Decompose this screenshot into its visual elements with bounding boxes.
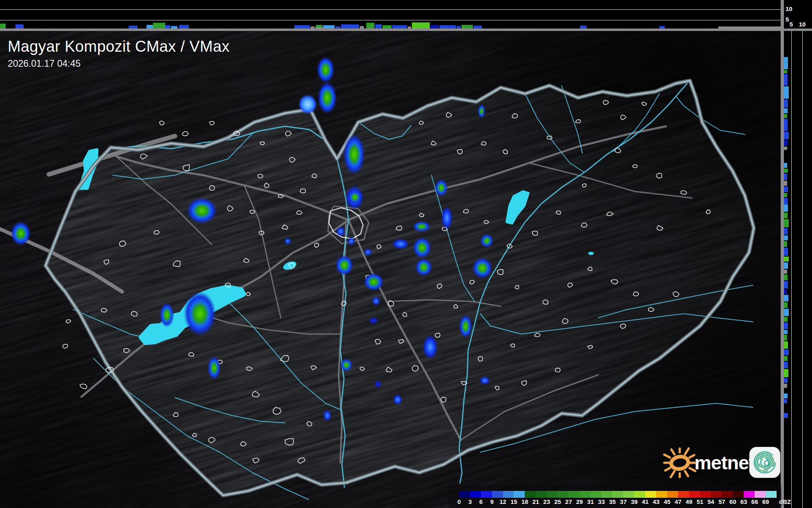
settlement-outline	[568, 283, 573, 288]
settlement-outline	[633, 292, 639, 296]
dbz-tick-label: 66	[751, 498, 758, 505]
profile-echo-segment	[375, 24, 382, 29]
dbz-color-cell	[558, 491, 569, 498]
settlement-outline	[478, 356, 483, 361]
settlement-outline	[454, 305, 458, 308]
dbz-color-cell	[711, 491, 722, 498]
river	[94, 358, 309, 499]
road	[49, 136, 175, 174]
settlement-outline	[104, 260, 109, 264]
height-tick-label: 5	[786, 16, 789, 22]
dbz-color-cell	[591, 491, 602, 498]
dbz-color-cell	[678, 491, 689, 498]
dbz-tick-label: 6	[479, 498, 483, 505]
profile-echo-segment	[341, 24, 359, 29]
dbz-tick-label: 47	[675, 498, 682, 505]
settlement-outline	[396, 226, 402, 230]
dbz-tick-label: 15	[510, 498, 517, 505]
settlement-outline	[280, 356, 289, 362]
radar-echo	[413, 237, 431, 258]
settlement-outline	[210, 185, 215, 190]
profile-echo-segment	[784, 241, 787, 247]
dbz-tick-label: 35	[609, 498, 616, 505]
profile-echo-segment	[784, 413, 788, 418]
dbz-color-cell	[755, 491, 766, 498]
settlement-outline	[615, 148, 621, 153]
settlement-outline	[562, 319, 568, 324]
radar-echo	[369, 317, 379, 324]
radar-echo	[372, 297, 380, 306]
profile-echo-segment	[784, 309, 789, 316]
settlement-outline	[63, 344, 68, 348]
settlement-outline	[101, 308, 107, 312]
settlement-outline	[588, 267, 592, 270]
profile-echo-segment	[784, 181, 787, 186]
profile-echo-segment	[784, 108, 788, 113]
settlement-outline	[657, 173, 662, 178]
profile-echo-segment	[784, 378, 788, 383]
dbz-tick-label: 29	[576, 498, 583, 505]
dbz-tick-label: 18	[521, 498, 528, 505]
settlement-outline	[131, 311, 138, 317]
radar-composite-screen: Magyar Kompozit CMax / VMax 2026.01.17 0…	[0, 0, 812, 508]
radar-echo	[317, 56, 335, 83]
radar-echo	[478, 104, 485, 118]
settlement-outline	[607, 212, 613, 216]
settlement-outline	[260, 142, 265, 145]
settlement-outline	[250, 210, 255, 214]
dbz-tick-label: 3	[468, 498, 472, 505]
timestamp: 2026.01.17 04:45	[8, 58, 230, 69]
settlement-outline	[556, 211, 561, 214]
height-gridline	[0, 20, 781, 20]
settlement-outline	[273, 407, 281, 415]
settlement-outline	[193, 433, 197, 437]
dbz-color-cell	[689, 491, 700, 498]
profile-echo-segment	[784, 302, 788, 308]
profile-echo-segment	[147, 25, 153, 29]
brand-name: metnet	[694, 451, 755, 474]
dbz-color-cell	[481, 491, 492, 498]
dbz-tick-label: 31	[587, 498, 594, 505]
profile-echo-segment	[784, 86, 789, 99]
dbz-color-cell	[744, 491, 755, 498]
distance-tick-label: 10	[799, 21, 806, 27]
settlement-outline	[412, 365, 418, 371]
page-title: Magyar Kompozit CMax / VMax	[8, 38, 230, 55]
radar-echo	[11, 221, 31, 246]
dbz-tick-label: 27	[565, 498, 572, 505]
profile-echo-segment	[784, 356, 788, 361]
profile-echo-segment	[784, 350, 789, 355]
settlement-outline	[581, 223, 587, 227]
radar-echo	[208, 356, 221, 380]
settlement-outline	[532, 231, 538, 235]
dbz-tick-label: 21	[532, 498, 539, 505]
river	[525, 94, 584, 172]
dbz-color-cell	[492, 491, 503, 498]
radar-echo	[183, 291, 217, 336]
dbz-color-cell	[645, 491, 656, 498]
profile-echo-segment	[784, 70, 787, 73]
profile-echo-segment	[440, 25, 456, 29]
dbz-color-cell	[623, 491, 634, 498]
profile-echo-segment	[784, 119, 788, 131]
profile-echo-segment	[784, 187, 788, 192]
profile-echo-segment	[784, 235, 788, 240]
profile-echo-segment	[580, 26, 587, 29]
dbz-color-cell	[612, 491, 623, 498]
dbz-tick-label: 63	[740, 498, 747, 505]
profile-echo-segment	[784, 369, 788, 377]
dbz-color-cell	[514, 491, 525, 498]
settlement-outline	[258, 174, 263, 178]
river	[613, 94, 659, 152]
radar-echo	[374, 380, 382, 388]
profile-echo-segment	[784, 323, 788, 329]
profile-echo-segment	[165, 25, 170, 29]
settlement-outline	[297, 211, 302, 214]
radar-echo	[472, 257, 492, 279]
dbz-color-cell	[667, 491, 678, 498]
radar-echo	[336, 227, 345, 236]
vertical-profile-top-strip	[0, 0, 781, 31]
profile-echo-segment	[784, 99, 788, 108]
river	[459, 84, 687, 483]
dbz-color-cell	[547, 491, 558, 498]
